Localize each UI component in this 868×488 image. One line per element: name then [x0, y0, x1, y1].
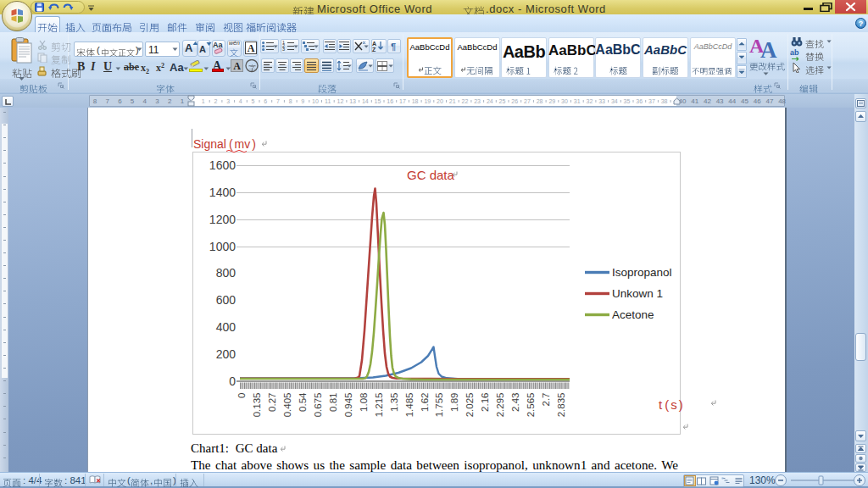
svg-text:800: 800 — [216, 266, 236, 280]
svg-text:1.62: 1.62 — [420, 393, 430, 412]
svg-text:200: 200 — [216, 347, 236, 361]
svg-text:2.835: 2.835 — [556, 393, 566, 418]
svg-text:Isopropanol: Isopropanol — [612, 266, 672, 279]
svg-text:1000: 1000 — [209, 240, 236, 253]
svg-text:Acetone: Acetone — [612, 308, 654, 321]
svg-text:2.025: 2.025 — [465, 393, 475, 418]
svg-text:0.945: 0.945 — [343, 393, 353, 418]
svg-text:GC data: GC data — [407, 168, 455, 182]
svg-text:2.295: 2.295 — [495, 393, 505, 418]
svg-text:1.89: 1.89 — [449, 393, 459, 412]
svg-text:2.7: 2.7 — [541, 393, 551, 407]
svg-text:0.135: 0.135 — [252, 393, 262, 418]
svg-text:0: 0 — [236, 393, 247, 398]
svg-text:1.215: 1.215 — [374, 393, 384, 418]
svg-text:2.43: 2.43 — [510, 393, 520, 412]
svg-text:Signal(mv): Signal(mv) — [193, 137, 256, 151]
svg-text:Unkown 1: Unkown 1 — [612, 287, 663, 300]
svg-text:1200: 1200 — [209, 213, 236, 226]
svg-text:1.485: 1.485 — [404, 393, 415, 418]
svg-text:0.27: 0.27 — [267, 393, 277, 412]
svg-text:0.405: 0.405 — [282, 393, 292, 418]
svg-text:0.81: 0.81 — [328, 393, 338, 412]
svg-text:1.08: 1.08 — [359, 393, 369, 412]
svg-text:400: 400 — [216, 320, 236, 334]
svg-text:600: 600 — [216, 293, 236, 307]
svg-text:0.675: 0.675 — [313, 393, 323, 418]
svg-text:0: 0 — [229, 374, 236, 388]
svg-text:1400: 1400 — [209, 186, 236, 199]
svg-text:2.565: 2.565 — [526, 393, 536, 418]
svg-text:2.16: 2.16 — [480, 393, 490, 412]
svg-text:1.35: 1.35 — [389, 393, 399, 412]
svg-text:0.54: 0.54 — [298, 392, 308, 412]
svg-text:1.755: 1.755 — [434, 393, 444, 418]
svg-text:1600: 1600 — [209, 158, 236, 172]
